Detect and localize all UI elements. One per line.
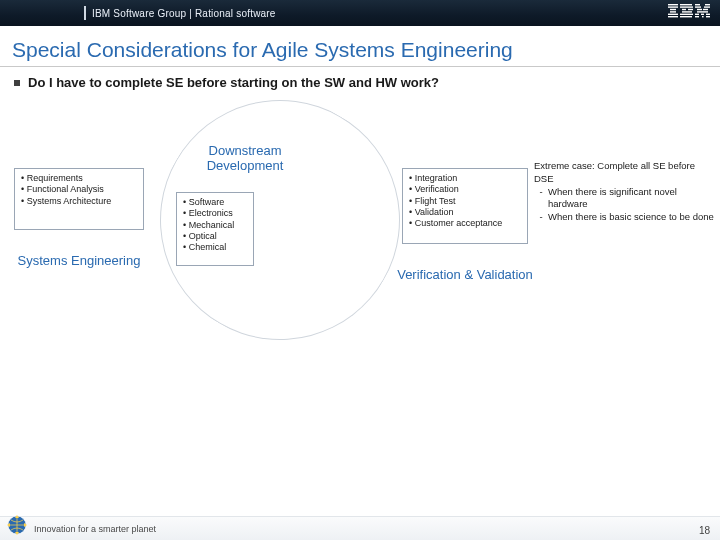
svg-rect-2 <box>670 9 676 10</box>
header-bar: IBM Software Group | Rational software <box>0 0 720 26</box>
vv-item: Customer acceptance <box>409 218 521 229</box>
dsd-item: Optical <box>183 231 247 242</box>
svg-rect-1 <box>668 6 678 7</box>
smarter-planet-icon <box>6 514 28 538</box>
dash-icon: - <box>534 186 548 212</box>
extreme-bullet: When there is significant novel hardware <box>548 186 714 212</box>
vv-heading: Verification & Validation <box>384 268 545 283</box>
footer-tagline: Innovation for a smarter planet <box>34 524 156 534</box>
svg-rect-22 <box>706 14 710 15</box>
vv-item: Validation <box>409 207 521 218</box>
svg-rect-13 <box>695 4 700 5</box>
extreme-case-note: Extreme case: Complete all SE before DSE… <box>534 160 714 224</box>
svg-rect-19 <box>697 11 708 12</box>
svg-rect-7 <box>680 6 693 7</box>
svg-rect-20 <box>695 14 699 15</box>
svg-rect-21 <box>701 14 704 15</box>
extreme-bullet-row: - When there is significant novel hardwa… <box>534 186 714 212</box>
question-text: Do I have to complete SE before starting… <box>28 75 439 90</box>
svg-rect-6 <box>680 4 692 5</box>
svg-rect-23 <box>695 16 699 17</box>
ibm-logo-icon <box>668 4 710 22</box>
svg-rect-0 <box>668 4 678 5</box>
svg-rect-4 <box>668 14 678 15</box>
svg-rect-16 <box>704 6 710 7</box>
svg-rect-18 <box>703 9 708 10</box>
systems-engineering-block: Requirements Functional Analysis Systems… <box>14 168 144 230</box>
cycle-diagram: Requirements Functional Analysis Systems… <box>0 110 720 350</box>
se-item: Systems Architecture <box>21 196 137 207</box>
dsd-item: Chemical <box>183 242 247 253</box>
svg-rect-12 <box>680 16 692 17</box>
se-item: Functional Analysis <box>21 184 137 195</box>
page-title: Special Considerations for Agile Systems… <box>0 26 720 67</box>
question-row: Do I have to complete SE before starting… <box>0 75 720 90</box>
svg-rect-8 <box>682 9 686 10</box>
dash-icon: - <box>534 211 548 224</box>
svg-rect-25 <box>706 16 710 17</box>
verification-block: Integration Verification Flight Test Val… <box>402 168 528 244</box>
se-heading: Systems Engineering <box>0 254 169 269</box>
svg-rect-11 <box>680 14 693 15</box>
vv-item: Integration <box>409 173 521 184</box>
header-title: IBM Software Group | Rational software <box>92 8 276 19</box>
cycle-arc-icon <box>116 56 444 384</box>
dsd-item: Software <box>183 197 247 208</box>
svg-rect-14 <box>705 4 710 5</box>
downstream-heading: Downstream Development <box>190 144 300 174</box>
svg-rect-10 <box>682 11 692 12</box>
downstream-block: Software Electronics Mechanical Optical … <box>176 192 254 266</box>
header-divider <box>84 6 86 20</box>
extreme-lead: Extreme case: Complete all SE before DSE <box>534 160 714 186</box>
footer-bar: Innovation for a smarter planet 18 <box>0 516 720 540</box>
svg-rect-17 <box>697 9 702 10</box>
svg-rect-3 <box>670 11 676 12</box>
square-bullet-icon <box>14 80 20 86</box>
extreme-bullet-row: - When there is basic science to be done <box>534 211 714 224</box>
dsd-item: Mechanical <box>183 220 247 231</box>
dsd-item: Electronics <box>183 208 247 219</box>
svg-rect-15 <box>695 6 701 7</box>
svg-rect-5 <box>668 16 678 17</box>
slide: IBM Software Group | Rational software <box>0 0 720 540</box>
page-number: 18 <box>699 525 710 536</box>
svg-rect-9 <box>688 9 693 10</box>
svg-rect-24 <box>702 16 704 17</box>
extreme-bullet: When there is basic science to be done <box>548 211 714 224</box>
vv-item: Flight Test <box>409 196 521 207</box>
vv-item: Verification <box>409 184 521 195</box>
se-item: Requirements <box>21 173 137 184</box>
